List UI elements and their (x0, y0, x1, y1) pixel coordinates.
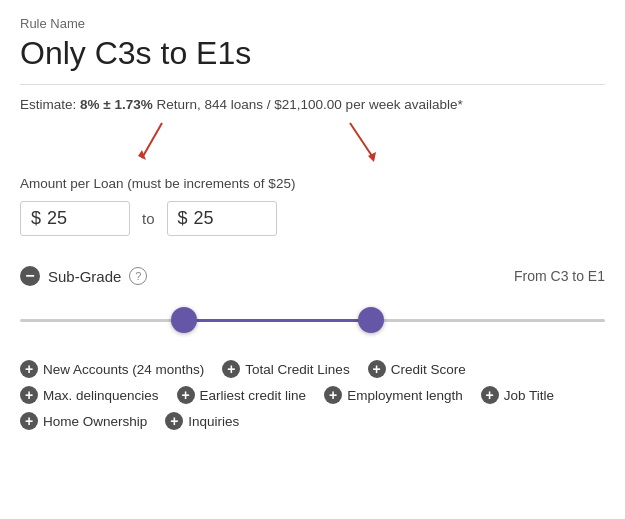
slider-track (20, 319, 605, 322)
add-filter-employment-length[interactable]: +Employment length (324, 386, 463, 404)
add-filter-label-new-accounts: New Accounts (24 months) (43, 362, 204, 377)
divider (20, 84, 605, 85)
plus-icon-credit-score: + (368, 360, 386, 378)
loan-inputs: $ to $ (20, 201, 605, 236)
subgrade-filter-left: − Sub-Grade ? (20, 266, 147, 286)
slider-thumb-left[interactable] (171, 307, 197, 333)
to-text: to (142, 210, 155, 227)
subgrade-filter-name: Sub-Grade (48, 268, 121, 285)
add-filter-new-accounts[interactable]: +New Accounts (24 months) (20, 360, 204, 378)
subgrade-filter-header: − Sub-Grade ? From C3 to E1 (20, 266, 605, 286)
estimate-bold: 8% ± 1.73% (80, 97, 153, 112)
add-filter-label-home-ownership: Home Ownership (43, 414, 147, 429)
subgrade-filter-section: − Sub-Grade ? From C3 to E1 (20, 266, 605, 340)
add-filters-section: +New Accounts (24 months)+Total Credit L… (20, 360, 605, 430)
add-filter-label-earliest-credit-line: Earliest credit line (200, 388, 307, 403)
arrows-container (20, 118, 605, 170)
loan-from-input-group: $ (20, 201, 130, 236)
subgrade-slider[interactable] (20, 300, 605, 340)
add-filter-inquiries[interactable]: +Inquiries (165, 412, 239, 430)
plus-icon-total-credit-lines: + (222, 360, 240, 378)
add-filter-label-total-credit-lines: Total Credit Lines (245, 362, 349, 377)
add-filter-home-ownership[interactable]: +Home Ownership (20, 412, 147, 430)
estimate-prefix: Estimate: (20, 97, 80, 112)
arrow-right (330, 118, 390, 172)
plus-icon-max-delinquencies: + (20, 386, 38, 404)
arrow-left (132, 118, 192, 172)
loan-to-input[interactable] (194, 208, 264, 229)
plus-icon-earliest-credit-line: + (177, 386, 195, 404)
amount-per-loan-label: Amount per Loan (must be increments of $… (20, 176, 605, 191)
add-filter-total-credit-lines[interactable]: +Total Credit Lines (222, 360, 349, 378)
estimate-suffix: Return, 844 loans / $21,100.00 per week … (153, 97, 463, 112)
dollar-sign-to: $ (178, 208, 188, 229)
subgrade-remove-button[interactable]: − (20, 266, 40, 286)
rule-title: Only C3s to E1s (20, 35, 605, 72)
add-filter-label-inquiries: Inquiries (188, 414, 239, 429)
add-filter-label-employment-length: Employment length (347, 388, 463, 403)
dollar-sign-from: $ (31, 208, 41, 229)
add-filter-credit-score[interactable]: +Credit Score (368, 360, 466, 378)
rule-name-label: Rule Name (20, 16, 605, 31)
add-filter-earliest-credit-line[interactable]: +Earliest credit line (177, 386, 307, 404)
add-filter-max-delinquencies[interactable]: +Max. delinquencies (20, 386, 159, 404)
plus-icon-employment-length: + (324, 386, 342, 404)
add-filter-job-title[interactable]: +Job Title (481, 386, 554, 404)
plus-icon-inquiries: + (165, 412, 183, 430)
subgrade-help-icon[interactable]: ? (129, 267, 147, 285)
plus-icon-new-accounts: + (20, 360, 38, 378)
loan-from-input[interactable] (47, 208, 117, 229)
plus-icon-job-title: + (481, 386, 499, 404)
estimate-row: Estimate: 8% ± 1.73% Return, 844 loans /… (20, 97, 605, 112)
add-filter-label-job-title: Job Title (504, 388, 554, 403)
add-filter-label-max-delinquencies: Max. delinquencies (43, 388, 159, 403)
plus-icon-home-ownership: + (20, 412, 38, 430)
subgrade-range-label: From C3 to E1 (514, 268, 605, 284)
add-filter-label-credit-score: Credit Score (391, 362, 466, 377)
slider-thumb-right[interactable] (358, 307, 384, 333)
slider-fill (184, 319, 371, 322)
loan-to-input-group: $ (167, 201, 277, 236)
